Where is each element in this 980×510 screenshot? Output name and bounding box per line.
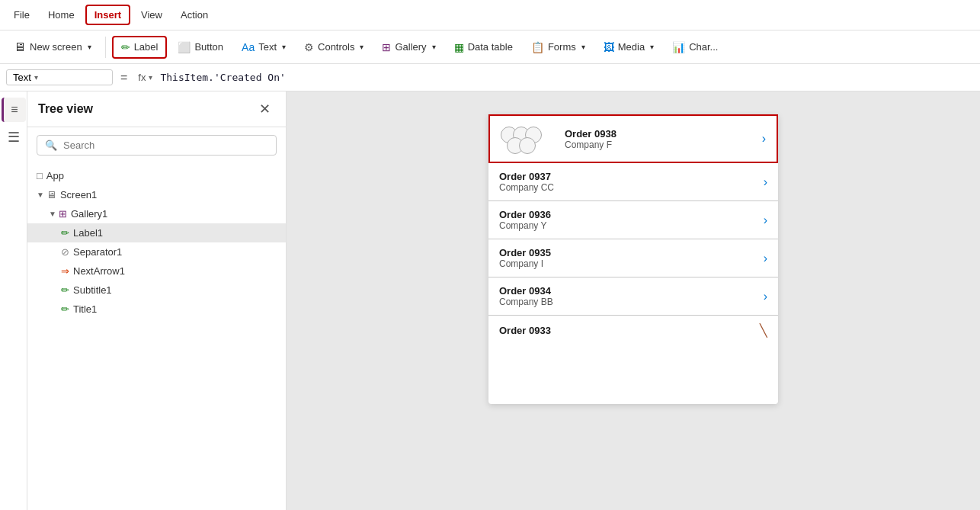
row-5-title: Order 0933 — [499, 325, 760, 336]
tree-item-separator1[interactable]: ⊘ Separator1 — [27, 242, 286, 261]
forms-button[interactable]: 📋 Forms ▾ — [524, 37, 593, 57]
button-toolbar-button[interactable]: ⬜ Button — [170, 37, 231, 57]
menu-file[interactable]: File — [6, 6, 37, 24]
menu-home[interactable]: Home — [40, 6, 82, 24]
sidebar-hamburger-button[interactable]: ☰ — [2, 125, 26, 149]
main-layout: ≡ ☰ Tree view ✕ 🔍 □ App — [0, 91, 980, 510]
gallery-row-3[interactable]: Order 0935 Company I › — [488, 239, 778, 277]
row-2-arrow-icon: › — [764, 213, 767, 227]
tree-item-gallery1[interactable]: ▼ ⊞ Gallery1 — [27, 204, 286, 223]
label1-label: Label1 — [73, 227, 103, 239]
tree-item-screen1[interactable]: ▼ 🖥 Screen1 — [27, 185, 286, 204]
controls-icon: ⚙ — [304, 41, 314, 53]
toolbar-separator-1 — [105, 37, 106, 58]
text-label: Text — [258, 41, 277, 53]
fx-button[interactable]: fx ▾ — [135, 72, 155, 83]
tree-search-input[interactable] — [63, 140, 268, 151]
gallery-chevron-icon: ▾ — [432, 43, 436, 51]
media-chevron-icon: ▾ — [650, 43, 654, 51]
media-label: Media — [618, 41, 645, 53]
menu-insert[interactable]: Insert — [85, 5, 130, 25]
tree-content: □ App ▼ 🖥 Screen1 ▼ ⊞ Galle — [27, 163, 286, 510]
row-0-title: Order 0938 — [565, 128, 617, 140]
screen-icon: 🖥 — [14, 40, 26, 54]
screen1-expand-icon: ▼ — [37, 191, 44, 199]
gallery1-expand-icon: ▼ — [49, 210, 56, 218]
row-3-title: Order 0935 — [499, 247, 764, 258]
app-icon: □ — [37, 170, 43, 181]
button-icon: ⬜ — [178, 41, 191, 53]
tree-item-nextarrow1[interactable]: ⇒ NextArrow1 — [27, 261, 286, 281]
circle-5 — [519, 137, 536, 154]
gallery-row-0[interactable]: Order 0938 Company F › — [488, 114, 778, 163]
forms-label: Forms — [548, 41, 576, 53]
media-icon: 🖼 — [604, 41, 614, 53]
data-table-label: Data table — [468, 41, 513, 53]
gallery-row-2[interactable]: Order 0936 Company Y › — [488, 201, 778, 239]
label-circles-container: Order 0938 Company F — [501, 123, 762, 154]
row-5-arrow-icon: ╲ — [760, 323, 767, 338]
gallery-label: Gallery — [395, 41, 426, 53]
button-label: Button — [194, 41, 223, 53]
label-button[interactable]: ✏ Label — [112, 36, 168, 59]
menu-view[interactable]: View — [133, 6, 170, 24]
tree-search-container: 🔍 — [37, 135, 277, 156]
layers-icon: ≡ — [11, 103, 18, 117]
tree-view-title: Tree view — [38, 102, 93, 116]
label-overlay — [501, 123, 562, 154]
formula-input[interactable] — [160, 72, 974, 83]
title1-icon: ✏ — [61, 303, 69, 315]
row-0-subtitle: Company F — [565, 140, 617, 150]
tree-item-app[interactable]: □ App — [27, 166, 286, 185]
screen1-icon: 🖥 — [46, 189, 56, 200]
tree-panel: Tree view ✕ 🔍 □ App ▼ 🖥 — [27, 91, 287, 510]
fx-label: fx — [138, 72, 146, 83]
chart-button[interactable]: 📊 Char... — [665, 37, 725, 57]
forms-icon: 📋 — [531, 41, 544, 53]
media-button[interactable]: 🖼 Media ▾ — [596, 37, 661, 57]
controls-label: Controls — [318, 41, 354, 53]
row-0-arrow-icon: › — [762, 132, 766, 146]
label1-icon: ✏ — [61, 227, 69, 239]
text-chevron-icon: ▾ — [282, 43, 286, 51]
controls-chevron-icon: ▾ — [360, 43, 363, 51]
new-screen-chevron-icon: ▾ — [88, 43, 91, 51]
property-dropdown[interactable]: Text ▾ — [6, 69, 113, 85]
tree-item-title1[interactable]: ✏ Title1 — [27, 300, 286, 319]
nextarrow1-label: NextArrow1 — [73, 265, 125, 277]
nextarrow1-icon: ⇒ — [61, 265, 69, 277]
data-table-button[interactable]: ▦ Data table — [447, 37, 520, 57]
gallery-button[interactable]: ⊞ Gallery ▾ — [374, 37, 443, 57]
tree-item-label1[interactable]: ✏ Label1 — [27, 223, 286, 242]
app-label: App — [46, 170, 64, 181]
property-dropdown-value: Text — [13, 72, 31, 83]
gallery1-label: Gallery1 — [71, 208, 107, 220]
chart-label: Char... — [689, 41, 718, 53]
text-icon: Aa — [242, 41, 255, 53]
search-icon: 🔍 — [45, 140, 57, 151]
tree-header: Tree view ✕ — [27, 91, 286, 127]
controls-button[interactable]: ⚙ Controls ▾ — [296, 37, 371, 57]
toolbar: 🖥 New screen ▾ ✏ Label ⬜ Button Aa Text … — [0, 30, 980, 64]
separator1-icon: ⊘ — [61, 246, 69, 258]
formula-bar: Text ▾ = fx ▾ — [0, 64, 980, 91]
menu-action[interactable]: Action — [173, 6, 216, 24]
separator1-label: Separator1 — [73, 246, 122, 258]
row-4-subtitle: Company BB — [499, 297, 764, 307]
menu-bar: File Home Insert View Action — [0, 0, 980, 30]
row-1-subtitle: Company CC — [499, 182, 764, 193]
tree-item-subtitle1[interactable]: ✏ Subtitle1 — [27, 281, 286, 300]
sidebar-layers-button[interactable]: ≡ — [2, 98, 26, 122]
subtitle1-label: Subtitle1 — [73, 284, 112, 296]
screen1-label: Screen1 — [60, 189, 97, 200]
row-1-title: Order 0937 — [499, 171, 764, 182]
equals-symbol: = — [117, 71, 130, 85]
new-screen-button[interactable]: 🖥 New screen ▾ — [6, 37, 99, 58]
row-3-arrow-icon: › — [764, 252, 767, 265]
text-button[interactable]: Aa Text ▾ — [234, 37, 293, 57]
gallery-row-5[interactable]: Order 0933 ╲ — [488, 316, 778, 345]
gallery1-icon: ⊞ — [59, 208, 67, 220]
gallery-row-4[interactable]: Order 0934 Company BB › — [488, 277, 778, 316]
gallery-row-1[interactable]: Order 0937 Company CC › — [488, 163, 778, 201]
tree-close-button[interactable]: ✕ — [255, 99, 275, 119]
